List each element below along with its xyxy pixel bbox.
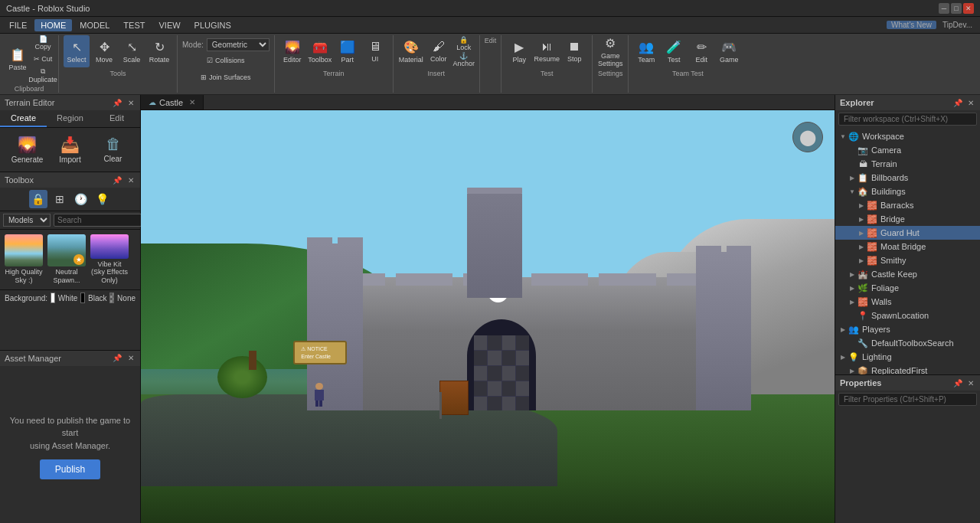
- part-button[interactable]: 🟦 Part: [335, 35, 361, 67]
- tree-item-terrain[interactable]: 🏔 Terrain: [835, 157, 980, 171]
- menu-view[interactable]: VIEW: [152, 19, 186, 31]
- game-settings-button[interactable]: ⚙ Game Settings: [597, 35, 623, 67]
- tab-close-button[interactable]: ✕: [189, 98, 195, 106]
- move-button[interactable]: ✥ Move: [91, 35, 117, 67]
- clear-button[interactable]: 🗑 Clear: [94, 132, 132, 167]
- asset-manager-content: You need to publish the game to start us…: [0, 366, 140, 524]
- explorer-title: Explorer: [840, 98, 874, 107]
- tree-item-bridge[interactable]: ▶ 🧱 Bridge: [835, 212, 980, 226]
- asset-pin-button[interactable]: 📌: [111, 354, 123, 362]
- toolbox-category-dropdown[interactable]: Models Decals Meshes: [3, 214, 51, 227]
- join-surfaces-button[interactable]: ⊞ Join Surfaces: [182, 70, 270, 85]
- batt-gap2: [455, 273, 461, 286]
- ui-button[interactable]: 🖥 UI: [362, 35, 388, 67]
- tree-item-camera[interactable]: 📷 Camera: [835, 143, 980, 157]
- toolbox-item-1[interactable]: ★ Neutral Spawn...: [46, 233, 87, 286]
- tree-item-barracks[interactable]: ▶ 🧱 Barracks: [835, 198, 980, 212]
- toolbox-close-button[interactable]: ✕: [126, 176, 136, 185]
- terrain-toolbox-button[interactable]: 🧰 Toolbox: [307, 35, 333, 67]
- pc19: [502, 397, 515, 411]
- minimize-button[interactable]: ─: [939, 3, 949, 14]
- toolbox-tab-bulb[interactable]: 💡: [93, 190, 112, 208]
- material-button[interactable]: 🎨 Material: [398, 35, 424, 67]
- tree-item-default-toolbox[interactable]: 🔧 DefaultToolboxSearch: [835, 336, 980, 350]
- mode-dropdown[interactable]: Geometric Local Space: [207, 38, 270, 51]
- toolbox-tab-grid[interactable]: ⊞: [51, 190, 69, 208]
- toolbox-item-0[interactable]: High Quality Sky :): [3, 233, 44, 286]
- terrain-tab-create[interactable]: Create: [0, 110, 47, 127]
- maximize-button[interactable]: □: [951, 3, 962, 14]
- toolbar-clipboard-group: 📋 Paste 📄 Copy ✂ Cut ⧉ Duplicate Clipboa…: [3, 35, 59, 93]
- bg-white-swatch[interactable]: [51, 293, 55, 303]
- tree-item-smithy[interactable]: ▶ 🧱 Smithy: [835, 253, 980, 267]
- menu-home[interactable]: HOME: [34, 19, 72, 31]
- viewport[interactable]: ☁ Castle ✕: [141, 95, 835, 523]
- menu-test[interactable]: TEST: [117, 19, 151, 31]
- menu-file[interactable]: FILE: [3, 19, 33, 31]
- import-button[interactable]: 📥 Import: [51, 132, 90, 167]
- team-game-label: Game: [720, 56, 739, 64]
- select-button[interactable]: ↖ Select: [64, 35, 90, 67]
- cut-button[interactable]: ✂ Cut: [32, 51, 54, 67]
- tree-item-guard-hut[interactable]: ▶ 🧱 Guard Hut: [835, 226, 980, 240]
- publish-button[interactable]: Publish: [40, 459, 100, 479]
- terrain-pin-button[interactable]: 📌: [111, 99, 123, 107]
- close-button[interactable]: ✕: [963, 3, 974, 14]
- team-edit-btn[interactable]: ✏ Edit: [688, 35, 714, 67]
- tree-item-buildings[interactable]: ▼ 🏠 Buildings: [835, 185, 980, 198]
- tree-item-workspace[interactable]: ▼ 🌐 Workspace: [835, 129, 980, 143]
- menu-plugins[interactable]: PLUGINS: [188, 19, 237, 31]
- collisions-button[interactable]: ☑ Collisions: [182, 53, 270, 68]
- toolbox-pin-button[interactable]: 📌: [111, 176, 123, 185]
- terrain-tab-edit[interactable]: Edit: [93, 110, 140, 127]
- whats-new-button[interactable]: What's New: [887, 21, 936, 29]
- paste-button[interactable]: 📋 Paste: [5, 43, 31, 75]
- toolbox-item-2[interactable]: Vibe Kit (Sky Effects Only): [89, 233, 130, 286]
- color-button[interactable]: 🖌 Color: [426, 35, 452, 67]
- lock-button[interactable]: 🔒 Lock: [453, 36, 475, 51]
- bg-none-swatch[interactable]: [109, 293, 114, 303]
- rotate-button[interactable]: ↻ Rotate: [146, 35, 172, 67]
- tree-item-walls[interactable]: ▶ 🧱 Walls: [835, 295, 980, 309]
- asset-header-controls: 📌 ✕: [111, 354, 136, 362]
- play-button[interactable]: ▶ Play: [506, 35, 532, 67]
- explorer-pin-button[interactable]: 📌: [952, 99, 964, 107]
- toolbox-title: Toolbox: [5, 175, 34, 185]
- tree-item-moat-bridge[interactable]: ▶ 🧱 Moat Bridge: [835, 240, 980, 253]
- tree-item-foliage[interactable]: ▶ 🌿 Foliage: [835, 281, 980, 295]
- toolbox-tab-lock[interactable]: 🔒: [29, 190, 47, 208]
- menu-model[interactable]: MODEL: [74, 19, 116, 31]
- tree-item-spawn-location[interactable]: 📍 SpawnLocation: [835, 309, 980, 322]
- explorer-filter-input[interactable]: [838, 113, 977, 126]
- asset-close-button[interactable]: ✕: [126, 354, 136, 362]
- scene-crate: [439, 381, 469, 415]
- scale-button[interactable]: ⤡ Scale: [119, 35, 145, 67]
- team-test-btn1[interactable]: 👥 Team: [633, 35, 659, 67]
- duplicate-button[interactable]: ⧉ Duplicate: [32, 67, 54, 83]
- properties-pin-button[interactable]: 📌: [952, 379, 964, 387]
- tree-item-billboards[interactable]: ▶ 📋 Billboards: [835, 171, 980, 185]
- toolbox-tab-clock[interactable]: 🕐: [72, 190, 90, 208]
- bg-black-swatch[interactable]: [80, 293, 85, 303]
- anchor-button[interactable]: ⚓ Anchor: [453, 52, 475, 67]
- stop-button[interactable]: ⏹ Stop: [561, 35, 587, 67]
- compass-widget[interactable]: ⬤: [792, 122, 823, 152]
- scale-icon: ⤡: [127, 40, 137, 54]
- copy-button[interactable]: 📄 Copy: [32, 35, 54, 51]
- explorer-close-button[interactable]: ✕: [966, 99, 975, 107]
- keep-top: [467, 188, 522, 194]
- team-test-btn2[interactable]: 🧪 Test: [661, 35, 687, 67]
- properties-filter-input[interactable]: [838, 393, 977, 406]
- tree-item-castle-keep[interactable]: ▶ 🏰 Castle Keep: [835, 267, 980, 281]
- terrain-tab-region[interactable]: Region: [47, 110, 93, 127]
- tree-item-players[interactable]: ▶ 👥 Players: [835, 322, 980, 336]
- tree-item-replicated-first[interactable]: ▶ 📦 ReplicatedFirst: [835, 364, 980, 374]
- resume-button[interactable]: ⏯ Resume: [534, 35, 560, 67]
- terrain-close-button[interactable]: ✕: [126, 99, 136, 107]
- castle-tab[interactable]: ☁ Castle ✕: [141, 95, 204, 110]
- generate-button[interactable]: 🌄 Generate: [8, 132, 47, 167]
- properties-close-button[interactable]: ✕: [966, 379, 975, 387]
- tree-item-lighting[interactable]: ▶ 💡 Lighting: [835, 350, 980, 364]
- terrain-editor-button[interactable]: 🌄 Editor: [279, 35, 305, 67]
- team-game-btn[interactable]: 🎮 Game: [716, 35, 742, 67]
